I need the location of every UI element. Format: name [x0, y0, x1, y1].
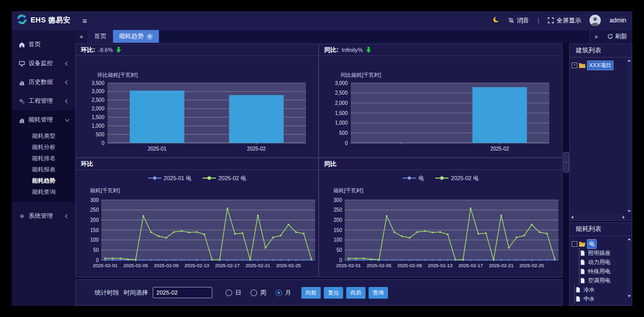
tree-node-label: 空调用电: [586, 276, 612, 285]
horizontal-scrollbar[interactable]: [570, 215, 626, 219]
collapse-icon[interactable]: -: [572, 241, 577, 247]
radio-week[interactable]: 周: [250, 289, 266, 297]
legend-item[interactable]: 2025-02 电: [435, 175, 479, 182]
refresh-label: 刷新: [615, 32, 627, 41]
bar-chart-icon: [18, 79, 25, 85]
mom-bar-panel: 环比: -8.6% 环比能耗[千瓦时]05001,0001,5002,0002,…: [75, 44, 319, 158]
submenu-item-energy-query[interactable]: 能耗查询: [12, 186, 75, 197]
yoy-line-legend: 电2025-02 电: [319, 171, 562, 185]
scroll-down-icon: [628, 295, 631, 297]
next-button[interactable]: 向后: [346, 287, 366, 299]
reset-button[interactable]: 复位: [324, 287, 343, 299]
panel-splitter: ›: [563, 43, 569, 306]
tree-node-label: 冷水: [582, 285, 596, 294]
legend-label: 电: [418, 175, 424, 182]
building-list-panel: 建筑列表 + XXX项目: [569, 44, 632, 221]
legend-item[interactable]: 电: [403, 175, 424, 182]
svg-text:2025-02-25: 2025-02-25: [519, 263, 544, 268]
sidebar-item-label: 工程管理: [29, 97, 53, 105]
svg-text:200: 200: [333, 217, 342, 223]
theme-moon-icon[interactable]: [493, 16, 499, 24]
vertical-scrollbar[interactable]: [627, 237, 631, 298]
radio-month[interactable]: 月: [275, 289, 291, 297]
svg-text:2025-02: 2025-02: [247, 146, 266, 152]
sidebar-item-history-data[interactable]: 历史数据: [12, 73, 75, 92]
submenu-item-energy-analysis[interactable]: 能耗分析: [12, 141, 75, 153]
svg-text:2025-02: 2025-02: [490, 146, 509, 152]
mute-bell-icon: [508, 17, 514, 23]
mom-line-chart: 能耗[千瓦时]0501001502002503002025-02-012025-…: [76, 184, 318, 278]
svg-text:2,500: 2,500: [92, 97, 104, 103]
avatar[interactable]: [590, 15, 601, 26]
tree-node-special[interactable]: 特殊用电: [580, 267, 631, 276]
legend-item[interactable]: 2025-02 电: [203, 175, 246, 182]
chevron-down-icon: [65, 117, 69, 121]
file-icon: [580, 260, 585, 265]
sidebar-item-project-mgmt[interactable]: 工程管理: [12, 92, 75, 110]
tree-node-lighting[interactable]: 照明插座: [580, 248, 631, 257]
radio-day[interactable]: 日: [226, 289, 241, 297]
sidebar-menu: 首页 设备监控 历史数据 工程管理: [12, 30, 75, 225]
username[interactable]: admin: [609, 17, 626, 24]
svg-text:1,500: 1,500: [92, 114, 104, 120]
energy-submenu: 能耗类型 能耗分析 能耗排名 能耗报表 能耗趋势 能耗查询: [12, 129, 75, 201]
svg-text:2025-02-13: 2025-02-13: [184, 263, 209, 268]
query-toolbar: 统计时段 时间选择 日 周 月 向前 复位 向后 查询: [75, 279, 563, 306]
tabs-scroll-left-button[interactable]: «: [75, 30, 88, 43]
time-input[interactable]: [153, 287, 212, 298]
tab-energy-trend[interactable]: 能耗趋势 ✕: [113, 30, 159, 43]
sidebar-item-device-monitor[interactable]: 设备监控: [12, 54, 75, 73]
fullscreen-button[interactable]: 全屏显示: [548, 16, 581, 25]
collapse-right-panel-handle[interactable]: ›: [563, 152, 569, 172]
refresh-button[interactable]: 刷新: [602, 30, 632, 43]
tree-node-project[interactable]: + XXX项目: [572, 61, 631, 70]
app-window: EHS 德易安 首页 设备监控 历史数据: [12, 11, 632, 306]
tree-node-reclaimed-water[interactable]: 中水: [576, 294, 631, 303]
submenu-item-energy-type[interactable]: 能耗类型: [12, 130, 75, 141]
yoy-bar-chart: 同比能耗[千瓦时]05001,0001,5002,0002,5003,00020…: [319, 56, 562, 157]
fullscreen-label: 全屏显示: [556, 16, 581, 25]
svg-text:2025-02-17: 2025-02-17: [215, 263, 240, 268]
vertical-scrollbar[interactable]: [627, 59, 631, 213]
file-icon: [576, 287, 580, 293]
mute-label: 消音: [517, 16, 529, 25]
chevron-left-icon: [65, 80, 69, 84]
trend-chart-icon: [18, 117, 25, 123]
energy-siblings: 冷水 中水: [574, 285, 631, 303]
sidebar-item-energy-mgmt[interactable]: 能耗管理: [12, 110, 75, 129]
mute-button[interactable]: 消音: [508, 16, 529, 25]
period-label: 统计时段: [95, 289, 119, 297]
close-tab-icon[interactable]: ✕: [147, 34, 153, 40]
submenu-item-energy-trend[interactable]: 能耗趋势: [12, 175, 75, 186]
expand-icon[interactable]: +: [572, 63, 577, 68]
arrow-down-icon: [116, 47, 121, 53]
svg-text:2,500: 2,500: [335, 90, 348, 96]
sidebar-item-home[interactable]: 首页: [12, 35, 75, 54]
sidebar-item-label: 能耗管理: [29, 116, 53, 124]
tree-node-electricity[interactable]: - 电: [572, 239, 631, 248]
svg-text:2025-02-25: 2025-02-25: [276, 263, 301, 268]
mom-line-legend: 2025-01 电2025-02 电: [76, 171, 318, 185]
submenu-item-energy-report[interactable]: 能耗报表: [12, 164, 75, 175]
fullscreen-icon: [548, 17, 554, 23]
sidebar-item-system-mgmt[interactable]: 系统管理: [12, 207, 75, 225]
tree-node-power[interactable]: 动力用电: [580, 257, 631, 267]
svg-text:2025-02-05: 2025-02-05: [367, 263, 391, 268]
svg-text:0: 0: [96, 257, 99, 263]
svg-text:300: 300: [333, 197, 342, 203]
prev-button[interactable]: 向前: [301, 287, 321, 299]
tree-node-cold-water[interactable]: 冷水: [576, 285, 631, 294]
tabs-scroll-right-button[interactable]: »: [590, 30, 602, 43]
tree-node-hvac[interactable]: 空调用电: [580, 276, 631, 285]
legend-item[interactable]: 2025-01 电: [148, 175, 191, 182]
tab-home[interactable]: 首页: [88, 30, 113, 43]
menu-toggle-icon[interactable]: ≡: [82, 16, 87, 25]
main-content: 环比: -8.6% 环比能耗[千瓦时]05001,0001,5002,0002,…: [75, 43, 563, 306]
svg-text:50: 50: [93, 247, 99, 253]
query-button[interactable]: 查询: [369, 287, 388, 299]
energy-list-title: 能耗列表: [570, 223, 632, 236]
folder-icon: [579, 63, 585, 68]
submenu-item-energy-ranking[interactable]: 能耗排名: [12, 153, 75, 164]
topbar: ≡ 消音 | 全屏显示 admin: [75, 11, 632, 30]
svg-text:2025-02-09: 2025-02-09: [154, 263, 179, 268]
